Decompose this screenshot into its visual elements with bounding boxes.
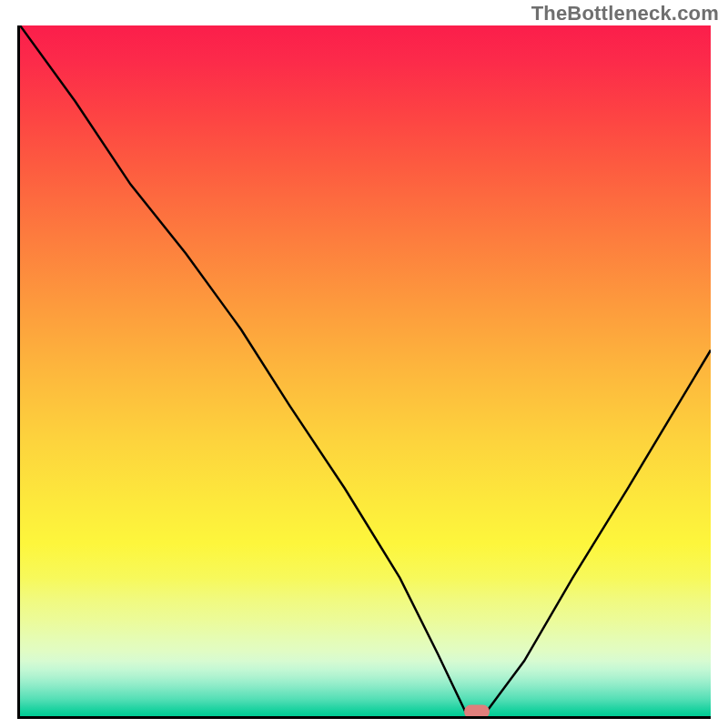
attribution-watermark: TheBottleneck.com [531,2,719,25]
chart-container: TheBottleneck.com [0,0,728,728]
heat-gradient-background [20,25,711,716]
plot-area [17,25,711,719]
